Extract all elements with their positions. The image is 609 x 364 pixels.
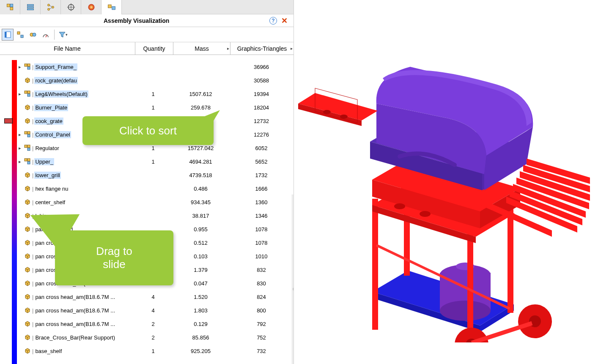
svg-rect-47 bbox=[508, 203, 513, 313]
svg-point-6 bbox=[47, 4, 49, 6]
tab-dimxpert-icon[interactable] bbox=[20, 0, 41, 14]
expand-icon[interactable]: ▸ bbox=[17, 132, 23, 137]
grouped-view-icon[interactable] bbox=[27, 29, 39, 41]
expand-icon[interactable]: ▸ bbox=[17, 91, 23, 97]
row-quantity: 2 bbox=[134, 321, 172, 327]
spectrum-slider-handle[interactable] bbox=[4, 118, 13, 123]
table-row[interactable]: |lower_grill4739.5181732 bbox=[17, 168, 294, 182]
part-icon bbox=[23, 172, 32, 178]
row-quantity: 2 bbox=[134, 334, 172, 341]
table-row[interactable]: ▸|Support_Frame_36966 bbox=[17, 60, 294, 74]
row-triangles: 1346 bbox=[229, 213, 294, 219]
svg-point-8 bbox=[52, 6, 54, 8]
svg-rect-29 bbox=[27, 134, 30, 137]
filter-icon[interactable]: ▾ bbox=[57, 29, 69, 41]
table-row[interactable]: |rock_grate(defau30588 bbox=[17, 74, 294, 87]
row-triangles: 1010 bbox=[229, 253, 294, 260]
column-mass[interactable]: Mass ▸ bbox=[173, 42, 230, 55]
part-icon bbox=[23, 185, 32, 192]
svg-rect-13 bbox=[108, 5, 111, 8]
scrollbar[interactable] bbox=[292, 194, 294, 364]
callout-slide: Drag to slide bbox=[55, 230, 173, 285]
part-icon bbox=[23, 320, 32, 327]
expand-icon[interactable]: ▸ bbox=[17, 145, 23, 151]
row-mass: 15727.042 bbox=[172, 145, 229, 151]
part-icon bbox=[23, 307, 32, 314]
row-mass: 0.129 bbox=[172, 321, 229, 327]
row-triangles: 18204 bbox=[229, 104, 294, 111]
close-icon[interactable]: ✕ bbox=[281, 16, 288, 25]
row-mass: 0.955 bbox=[172, 226, 229, 233]
column-triangles[interactable]: Graphics-Triangles ▸ bbox=[230, 42, 294, 55]
row-triangles: 12276 bbox=[229, 131, 294, 138]
table-row[interactable]: ▸|Upper_14694.2815652 bbox=[17, 155, 294, 168]
row-filename: |Burner_Plate bbox=[32, 104, 134, 111]
svg-rect-14 bbox=[112, 6, 115, 9]
row-filename: |Brace_Cross_Bar(Rear Support) bbox=[32, 334, 134, 341]
tab-appearance-icon[interactable] bbox=[81, 0, 102, 14]
row-triangles: 732 bbox=[229, 348, 294, 354]
row-triangles: 5652 bbox=[229, 159, 294, 165]
table-row[interactable]: |base_shelf1925.205732 bbox=[17, 344, 294, 358]
row-filename: |pan cross head_am(B18.6.7M ... bbox=[32, 307, 134, 314]
help-icon[interactable]: ? bbox=[269, 17, 277, 25]
row-filename: |rock_grate(defau bbox=[32, 77, 134, 84]
flat-nested-toggle-icon[interactable] bbox=[2, 29, 14, 41]
row-filename: |pan cross head_am(B18.6.7M ... bbox=[32, 320, 134, 328]
table-row[interactable]: ▸|Leg&Wheels(Default)11507.61219394 bbox=[17, 87, 294, 101]
svg-rect-0 bbox=[7, 4, 10, 7]
svg-rect-16 bbox=[6, 32, 11, 38]
column-quantity[interactable]: Quantity bbox=[135, 42, 173, 55]
part-icon bbox=[23, 239, 32, 246]
svg-rect-30 bbox=[27, 131, 30, 134]
svg-rect-5 bbox=[27, 8, 33, 10]
row-quantity: 1 bbox=[134, 159, 172, 165]
row-mass: 1.803 bbox=[172, 307, 229, 314]
svg-rect-3 bbox=[27, 4, 33, 5]
tab-visualization-icon[interactable] bbox=[102, 0, 122, 14]
part-icon bbox=[23, 280, 32, 287]
svg-rect-17 bbox=[17, 32, 20, 34]
row-triangles: 1666 bbox=[229, 186, 294, 192]
row-filename: |Leg&Wheels(Default) bbox=[32, 90, 134, 98]
graphics-viewport[interactable] bbox=[294, 0, 609, 364]
part-icon bbox=[23, 348, 32, 354]
svg-point-12 bbox=[88, 4, 94, 11]
table-row[interactable]: |pan cross head_am(B18.6.7M ...20.129792 bbox=[17, 317, 294, 331]
table-row[interactable]: |Burner_Plate1259.67818204 bbox=[17, 101, 294, 114]
spectrum-bar[interactable] bbox=[12, 60, 17, 364]
sub-toolbar: ▾ bbox=[0, 27, 294, 42]
row-mass: 1507.612 bbox=[172, 91, 229, 97]
svg-point-66 bbox=[340, 115, 348, 119]
row-mass: 934.345 bbox=[172, 199, 229, 205]
table-row[interactable]: |Brace_Cross_Bar(Rear Support)285.856752 bbox=[17, 331, 294, 344]
callout-sort: Click to sort bbox=[82, 116, 214, 145]
row-mass: 0.103 bbox=[172, 253, 229, 260]
row-triangles: 12732 bbox=[229, 118, 294, 124]
tab-target-icon[interactable] bbox=[61, 0, 81, 14]
expand-icon[interactable]: ▸ bbox=[17, 64, 23, 70]
table-row[interactable]: |pan cross head_am(B18.6.7M ...41.520824 bbox=[17, 290, 294, 304]
show-assemblies-icon[interactable] bbox=[14, 29, 26, 41]
part-icon bbox=[23, 266, 32, 273]
row-mass: 259.678 bbox=[172, 104, 229, 111]
row-filename: |Support_Frame_ bbox=[32, 63, 134, 71]
scrollbar-thumb[interactable] bbox=[293, 287, 294, 291]
row-mass: 4739.518 bbox=[172, 172, 229, 178]
table-row[interactable]: |hex flange nu0.4861666 bbox=[17, 182, 294, 195]
table-row[interactable]: |pan cross head_am(B18.6.7M ...41.803800 bbox=[17, 304, 294, 317]
row-triangles: 6052 bbox=[229, 145, 294, 151]
svg-point-42 bbox=[440, 301, 491, 321]
svg-line-21 bbox=[46, 35, 47, 37]
tab-assembly-icon[interactable] bbox=[0, 0, 20, 14]
row-filename: | Regulator bbox=[32, 145, 134, 152]
model-preview bbox=[298, 38, 594, 342]
svg-rect-45 bbox=[467, 228, 473, 342]
performance-icon[interactable] bbox=[40, 29, 52, 41]
column-filename[interactable]: File Name bbox=[14, 45, 135, 52]
panel-title: Assembly Visualization bbox=[104, 17, 269, 24]
row-quantity: 4 bbox=[134, 294, 172, 300]
assembly-icon bbox=[23, 131, 32, 138]
expand-icon[interactable]: ▸ bbox=[17, 159, 23, 164]
tab-tree-icon[interactable] bbox=[41, 0, 61, 14]
